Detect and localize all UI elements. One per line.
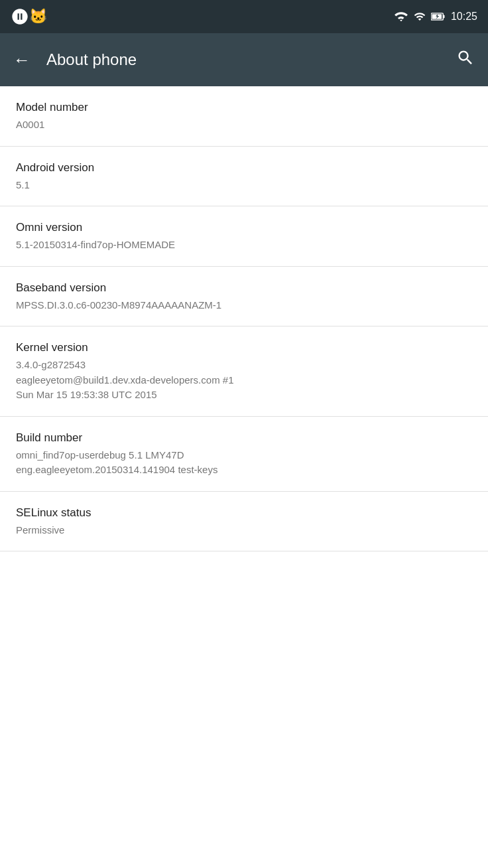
info-label: Model number — [16, 101, 472, 114]
back-button[interactable]: ← — [13, 50, 30, 70]
info-value: 5.1-20150314-find7op-HOMEMADE — [16, 238, 472, 253]
toolbar: ← About phone — [0, 33, 488, 86]
info-value: omni_find7op-userdebug 5.1 LMY47D eng.ea… — [16, 448, 472, 478]
info-item[interactable]: Android version5.1 — [0, 147, 488, 207]
info-item[interactable]: SELinux statusPermissive — [0, 492, 488, 552]
toolbar-left: ← About phone — [13, 50, 137, 70]
status-bar-left: 🐱 — [11, 7, 47, 26]
battery-icon — [431, 11, 446, 23]
status-bar-right: 10:25 — [394, 11, 477, 23]
info-item[interactable]: Model numberA0001 — [0, 86, 488, 147]
info-label: Android version — [16, 161, 472, 175]
info-item[interactable]: Omni version5.1-20150314-find7op-HOMEMAD… — [0, 206, 488, 267]
svg-rect-1 — [443, 15, 444, 18]
info-item[interactable]: Baseband versionMPSS.DI.3.0.c6-00230-M89… — [0, 267, 488, 327]
cat-logo: 🐱 — [29, 8, 47, 25]
info-label: Baseband version — [16, 281, 472, 295]
info-value: Permissive — [16, 523, 472, 538]
info-value: MPSS.DI.3.0.c6-00230-M8974AAAAANAZM-1 — [16, 298, 472, 313]
info-item[interactable]: Build numberomni_find7op-userdebug 5.1 L… — [0, 417, 488, 492]
status-bar: 🐱 10:25 — [0, 0, 488, 33]
info-label: Kernel version — [16, 341, 472, 354]
wifi-icon — [394, 11, 408, 23]
info-label: Omni version — [16, 221, 472, 234]
info-value: A0001 — [16, 117, 472, 133]
info-label: SELinux status — [16, 506, 472, 520]
status-time: 10:25 — [451, 11, 477, 23]
info-value: 5.1 — [16, 178, 472, 193]
info-value: 3.4.0-g2872543 eagleeyetom@build1.dev.xd… — [16, 358, 472, 403]
info-label: Build number — [16, 431, 472, 445]
content: Model numberA0001Android version5.1Omni … — [0, 86, 488, 551]
omni-cat-icon — [11, 7, 29, 26]
info-item[interactable]: Kernel version3.4.0-g2872543 eagleeyetom… — [0, 326, 488, 417]
page-title: About phone — [46, 50, 137, 69]
signal-icon — [414, 11, 426, 23]
search-button[interactable] — [456, 48, 475, 72]
